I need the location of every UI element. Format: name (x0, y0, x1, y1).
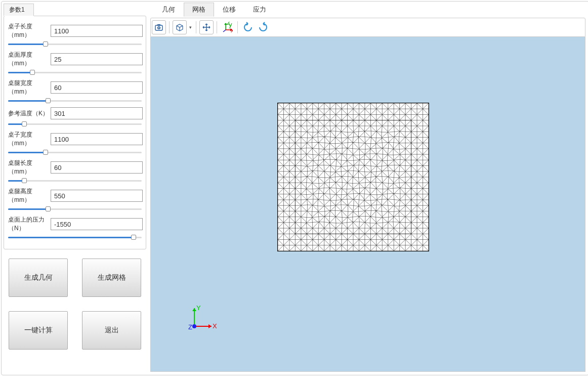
triad-y-label: Y (196, 304, 201, 312)
svg-point-12 (192, 324, 196, 328)
param-input-2[interactable] (51, 81, 143, 94)
param-tab[interactable]: 参数1 (4, 4, 34, 16)
param-label: 桌子长度（mm） (7, 22, 51, 39)
param-row: 桌面厚度（mm） (7, 51, 143, 68)
triad-x-label: X (213, 322, 217, 330)
param-input-1[interactable] (51, 53, 143, 65)
toolbar-separator (217, 21, 217, 33)
param-slider[interactable] (8, 149, 142, 156)
exit-button[interactable]: 退出 (82, 311, 141, 350)
param-slider[interactable] (8, 69, 142, 76)
param-input-7[interactable] (51, 218, 143, 230)
view-tab-0[interactable]: 几何 (153, 3, 184, 17)
param-label: 桌面上的压力（N） (7, 216, 51, 233)
toolbar-separator (169, 21, 170, 33)
axes-icon[interactable]: zyx (220, 20, 234, 34)
compute-button[interactable]: 一键计算 (9, 311, 68, 350)
viewport-3d[interactable]: Y X Z (150, 37, 585, 372)
param-label: 桌腿高度（mm） (7, 187, 51, 204)
viewport-toolbar: ▾ zyx (150, 18, 585, 37)
param-row: 桌腿长度（mm） (7, 159, 143, 176)
svg-text:x: x (231, 26, 233, 33)
generate-mesh-button[interactable]: 生成网格 (82, 259, 141, 297)
param-box: 桌子长度（mm）桌面厚度（mm）桌腿宽度（mm）参考温度（K）桌子宽度（mm）桌… (4, 16, 146, 249)
param-input-5[interactable] (51, 161, 143, 174)
triad-z-label: Z (188, 323, 192, 331)
view-tabs: 几何网格位移应力 (150, 2, 585, 17)
svg-line-6 (223, 30, 226, 32)
param-input-3[interactable] (51, 107, 143, 119)
param-slider[interactable] (8, 120, 142, 127)
toolbar-separator (237, 21, 238, 33)
param-row: 桌子长度（mm） (7, 22, 143, 39)
param-row: 桌腿高度（mm） (7, 187, 143, 204)
param-slider[interactable] (8, 97, 142, 104)
view-tab-1[interactable]: 网格 (184, 3, 214, 17)
svg-point-2 (158, 27, 159, 28)
cube-icon[interactable] (173, 20, 187, 34)
param-row: 参考温度（K） (7, 107, 143, 119)
rotate-ccw-icon[interactable] (241, 20, 255, 34)
param-label: 桌腿长度（mm） (7, 159, 51, 176)
param-row: 桌子宽度（mm） (7, 131, 143, 148)
param-input-4[interactable] (51, 133, 143, 145)
rotate-cw-icon[interactable] (256, 20, 270, 34)
param-label: 桌腿宽度（mm） (7, 79, 51, 96)
param-row: 桌面上的压力（N） (7, 216, 143, 233)
left-panel: 参数1 桌子长度（mm）桌面厚度（mm）桌腿宽度（mm）参考温度（K）桌子宽度（… (2, 2, 148, 375)
cube-dropdown-caret[interactable]: ▾ (188, 25, 193, 30)
svg-rect-3 (157, 24, 160, 26)
move-icon[interactable] (199, 20, 214, 34)
param-slider[interactable] (8, 234, 142, 241)
view-tab-3[interactable]: 应力 (244, 3, 275, 17)
param-slider[interactable] (8, 177, 142, 184)
mesh-object (277, 103, 429, 251)
param-row: 桌腿宽度（mm） (7, 79, 143, 96)
orientation-triad: Y X Z (186, 304, 217, 336)
param-slider[interactable] (8, 205, 142, 212)
view-tab-2[interactable]: 位移 (214, 3, 244, 17)
param-label: 参考温度（K） (7, 109, 51, 118)
app-frame: 参数1 桌子长度（mm）桌面厚度（mm）桌腿宽度（mm）参考温度（K）桌子宽度（… (1, 1, 588, 375)
generate-geometry-button[interactable]: 生成几何 (9, 259, 68, 297)
param-input-0[interactable] (51, 25, 143, 37)
camera-icon[interactable] (152, 20, 166, 34)
right-panel: 几何网格位移应力 ▾ zyx (148, 2, 588, 375)
param-slider[interactable] (8, 40, 142, 48)
button-grid: 生成几何 生成网格 一键计算 退出 (4, 249, 146, 359)
param-label: 桌面厚度（mm） (7, 51, 51, 68)
param-input-6[interactable] (51, 190, 143, 202)
toolbar-separator (196, 21, 196, 33)
param-label: 桌子宽度（mm） (7, 131, 51, 148)
